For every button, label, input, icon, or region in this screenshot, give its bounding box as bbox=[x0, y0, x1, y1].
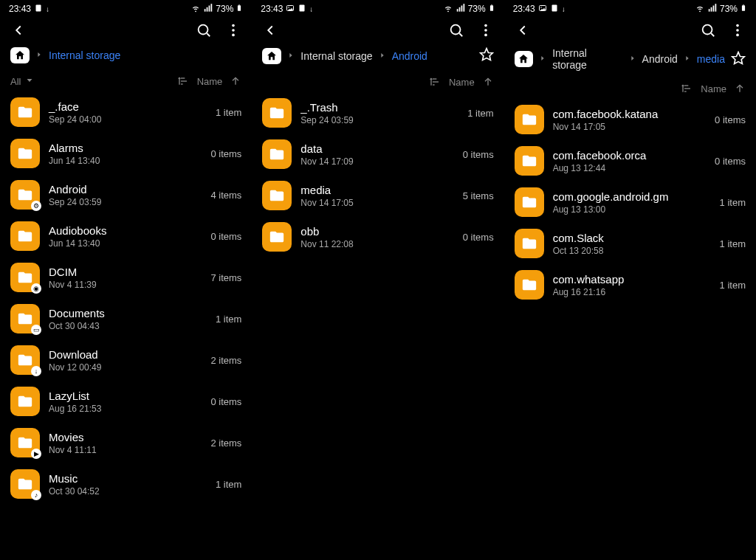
list-item[interactable]: ▭ Documents Oct 30 04:43 1 item bbox=[0, 298, 252, 339]
folder-icon bbox=[10, 387, 40, 416]
search-button[interactable] bbox=[196, 22, 212, 38]
sort-direction-button[interactable] bbox=[482, 76, 494, 88]
svg-rect-41 bbox=[551, 4, 557, 11]
folder-list[interactable]: _.face Sep 24 04:00 1 item Alarms Jun 14… bbox=[0, 91, 252, 560]
sort-icon[interactable] bbox=[681, 83, 693, 94]
folder-date: Nov 11 22:08 bbox=[300, 239, 453, 249]
sort-direction-button[interactable] bbox=[230, 75, 241, 87]
folder-name: Documents bbox=[49, 307, 207, 319]
svg-rect-3 bbox=[209, 5, 210, 11]
file-manager-pane: 23:43 ↓ 73% Internal storageAndroidmedia… bbox=[504, 0, 756, 560]
list-item[interactable]: ▶ Movies Nov 4 11:11 2 items bbox=[0, 422, 252, 463]
list-item[interactable]: Alarms Jun 14 13:40 0 items bbox=[0, 133, 252, 174]
sort-icon[interactable] bbox=[430, 76, 441, 88]
breadcrumb-segment[interactable]: Internal storage bbox=[49, 49, 120, 61]
toolbar bbox=[504, 16, 756, 47]
breadcrumb-segment[interactable]: Internal storage bbox=[552, 47, 622, 71]
back-button[interactable] bbox=[10, 22, 27, 38]
chevron-icon bbox=[684, 55, 691, 63]
folder-name: com.google.android.gm bbox=[553, 190, 711, 203]
more-button[interactable] bbox=[225, 22, 241, 38]
breadcrumb-segment[interactable]: Android bbox=[642, 53, 678, 65]
folder-icon bbox=[262, 181, 292, 210]
folder-list[interactable]: _.Trash Sep 24 03:59 1 item data Nov 14 … bbox=[252, 92, 504, 560]
back-button[interactable] bbox=[515, 22, 531, 38]
list-item[interactable]: ⚙ Android Sep 24 03:59 4 items bbox=[0, 174, 252, 215]
list-item[interactable]: com.facebook.katana Nov 14 17:05 0 items bbox=[504, 99, 756, 140]
sort-label[interactable]: Name bbox=[197, 76, 223, 87]
list-item[interactable]: _.Trash Sep 24 03:59 1 item bbox=[252, 92, 504, 134]
breadcrumb-segment[interactable]: Internal storage bbox=[300, 50, 372, 62]
battery-icon bbox=[740, 3, 747, 15]
folder-date: Aug 16 21:53 bbox=[49, 404, 202, 414]
list-item[interactable]: com.whatsapp Aug 16 21:16 1 item bbox=[504, 264, 756, 305]
list-item[interactable]: obb Nov 11 22:08 0 items bbox=[252, 216, 504, 257]
favorite-button[interactable] bbox=[479, 47, 494, 64]
svg-rect-4 bbox=[211, 4, 213, 12]
folder-name: com.facebook.katana bbox=[553, 108, 706, 120]
sort-label[interactable]: Name bbox=[701, 83, 726, 94]
list-item[interactable]: Audiobooks Jun 14 13:40 0 items bbox=[0, 215, 252, 257]
chevron-down-icon bbox=[25, 76, 34, 87]
list-item[interactable]: data Nov 14 17:09 0 items bbox=[252, 134, 504, 175]
folder-icon bbox=[262, 222, 292, 252]
list-item[interactable]: ♪ Music Oct 30 04:52 1 item bbox=[0, 463, 252, 505]
folder-badge-icon: ▭ bbox=[31, 325, 41, 335]
home-button[interactable] bbox=[515, 51, 534, 67]
more-button[interactable] bbox=[478, 22, 494, 38]
list-item[interactable]: LazyList Aug 16 21:53 0 items bbox=[0, 381, 252, 422]
folder-list[interactable]: com.facebook.katana Nov 14 17:05 0 items… bbox=[504, 99, 756, 560]
list-item-main: Download Nov 12 00:49 bbox=[49, 348, 202, 373]
folder-icon: ↓ bbox=[10, 345, 40, 375]
folder-icon bbox=[262, 98, 292, 128]
list-item[interactable]: com.Slack Oct 13 20:58 1 item bbox=[504, 223, 756, 264]
file-manager-pane: 23:43 ↓ 73% Internal storageAndroid Name bbox=[252, 0, 504, 560]
breadcrumb-segment[interactable]: media bbox=[697, 53, 725, 65]
more-button[interactable] bbox=[729, 22, 746, 38]
folder-count: 5 items bbox=[463, 190, 494, 201]
list-item[interactable]: ◉ DCIM Nov 4 11:39 7 items bbox=[0, 257, 252, 298]
breadcrumb-segment[interactable]: Android bbox=[392, 50, 427, 62]
folder-date: Aug 13 12:44 bbox=[553, 163, 706, 173]
list-item[interactable]: com.google.android.gm Aug 13 13:00 1 ite… bbox=[504, 182, 756, 223]
svg-rect-21 bbox=[456, 9, 458, 12]
list-item[interactable]: _.face Sep 24 04:00 1 item bbox=[0, 91, 252, 133]
folder-count: 1 item bbox=[216, 107, 241, 118]
folder-count: 7 items bbox=[210, 272, 241, 283]
svg-rect-2 bbox=[207, 7, 208, 11]
favorite-button[interactable] bbox=[731, 51, 746, 68]
list-item-main: Alarms Jun 14 13:40 bbox=[49, 142, 202, 166]
folder-icon: ⚙ bbox=[10, 180, 40, 210]
sort-direction-button[interactable] bbox=[734, 83, 746, 94]
list-item[interactable]: media Nov 14 17:05 5 items bbox=[252, 175, 504, 216]
home-button[interactable] bbox=[10, 47, 30, 63]
sort-icon[interactable] bbox=[178, 75, 190, 87]
filter-all[interactable]: All bbox=[10, 76, 21, 87]
folder-name: com.Slack bbox=[553, 232, 711, 244]
home-button[interactable] bbox=[262, 48, 281, 64]
folder-icon bbox=[515, 229, 544, 258]
back-button[interactable] bbox=[262, 22, 278, 38]
folder-icon bbox=[515, 187, 544, 217]
folder-icon bbox=[10, 221, 40, 251]
toolbar bbox=[0, 16, 252, 47]
folder-name: Movies bbox=[49, 431, 202, 443]
search-button[interactable] bbox=[700, 22, 716, 38]
svg-rect-42 bbox=[709, 9, 710, 12]
list-item[interactable]: ↓ Download Nov 12 00:49 2 items bbox=[0, 339, 252, 381]
list-item-main: media Nov 14 17:05 bbox=[300, 184, 453, 208]
battery-text: 73% bbox=[468, 4, 486, 14]
list-item-main: Music Oct 30 04:52 bbox=[49, 472, 207, 497]
status-card-icon bbox=[298, 4, 306, 15]
svg-point-40 bbox=[540, 7, 542, 8]
svg-marker-53 bbox=[541, 56, 543, 61]
svg-point-29 bbox=[484, 24, 487, 27]
folder-count: 2 items bbox=[210, 355, 241, 366]
sort-row: Name bbox=[252, 72, 504, 92]
svg-line-28 bbox=[459, 33, 462, 36]
status-image-icon bbox=[286, 4, 295, 15]
svg-rect-0 bbox=[36, 4, 41, 11]
sort-label[interactable]: Name bbox=[449, 77, 475, 88]
list-item[interactable]: com.facebook.orca Aug 13 12:44 0 items bbox=[504, 140, 756, 182]
search-button[interactable] bbox=[448, 22, 464, 38]
